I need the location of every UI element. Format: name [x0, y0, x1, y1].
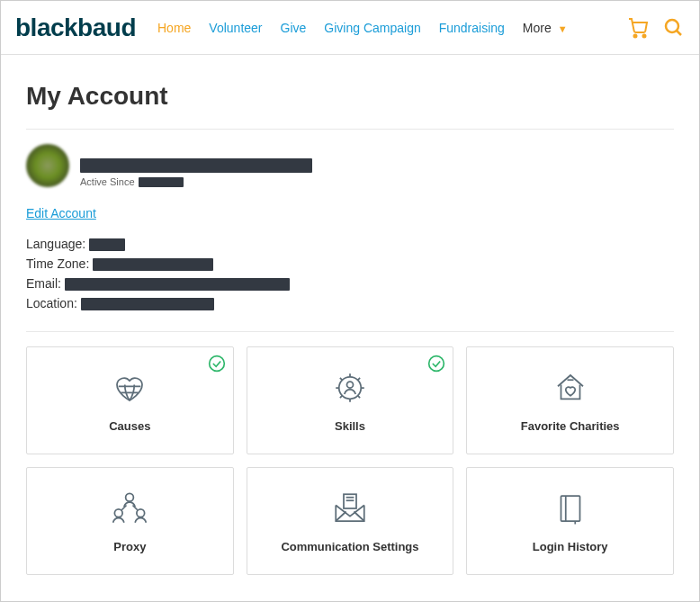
svg-point-8 — [126, 493, 134, 501]
avatar — [26, 144, 69, 187]
svg-point-4 — [209, 356, 224, 372]
timezone-label: Time Zone: — [26, 255, 89, 274]
heart-globe-icon — [111, 369, 148, 410]
language-value-redacted — [89, 238, 125, 251]
cards-grid: Causes Skills — [26, 346, 674, 575]
content: My Account Active Since Edit Account Lan… — [1, 55, 699, 593]
email-row: Email: — [26, 274, 674, 293]
svg-point-2 — [666, 20, 678, 32]
page-title: My Account — [26, 82, 674, 111]
card-favorite-charities[interactable]: Favorite Charities — [466, 346, 674, 454]
timezone-row: Time Zone: — [26, 255, 674, 274]
card-communication-settings[interactable]: Communication Settings — [247, 467, 454, 575]
card-label: Skills — [335, 419, 365, 433]
active-since-label: Active Since — [80, 176, 135, 187]
svg-point-5 — [429, 356, 444, 372]
location-value-redacted — [81, 298, 214, 310]
card-label: Causes — [109, 419, 150, 433]
nav-volunteer[interactable]: Volunteer — [209, 21, 262, 35]
location-row: Location: — [26, 294, 674, 313]
svg-point-1 — [643, 34, 646, 37]
location-label: Location: — [26, 294, 77, 313]
nav-give[interactable]: Give — [281, 21, 307, 35]
nav-fundraising[interactable]: Fundraising — [439, 21, 505, 35]
email-value-redacted — [65, 278, 290, 291]
timezone-value-redacted — [93, 258, 213, 271]
edit-account-link[interactable]: Edit Account — [26, 206, 96, 220]
nav-giving-campaign[interactable]: Giving Campaign — [324, 21, 420, 35]
main-nav: Home Volunteer Give Giving Campaign Fund… — [157, 21, 627, 35]
card-causes[interactable]: Causes — [26, 346, 234, 454]
house-heart-icon — [552, 369, 589, 410]
divider — [26, 129, 674, 130]
svg-rect-14 — [561, 496, 579, 521]
search-icon[interactable] — [663, 17, 685, 39]
cart-icon[interactable] — [627, 17, 649, 39]
divider — [26, 331, 674, 332]
check-icon — [427, 355, 445, 376]
active-since: Active Since — [80, 176, 674, 187]
svg-point-0 — [634, 34, 637, 37]
check-icon — [208, 355, 226, 376]
card-label: Favorite Charities — [521, 419, 620, 433]
nav-more-label: More — [523, 21, 552, 35]
language-label: Language: — [26, 235, 85, 254]
card-label: Proxy — [113, 540, 146, 553]
card-skills[interactable]: Skills — [247, 346, 454, 454]
svg-point-7 — [346, 382, 353, 388]
nav-home[interactable]: Home — [157, 21, 191, 35]
chevron-down-icon: ▼ — [558, 23, 568, 34]
nav-more[interactable]: More ▼ — [523, 21, 568, 35]
gear-person-icon — [331, 369, 369, 410]
email-label: Email: — [26, 274, 61, 293]
card-login-history[interactable]: Login History — [466, 467, 674, 575]
user-name-redacted — [80, 158, 312, 173]
active-since-value-redacted — [139, 177, 184, 187]
header-icons — [627, 17, 685, 39]
header: blackbaud Home Volunteer Give Giving Cam… — [1, 1, 699, 55]
card-proxy[interactable]: Proxy — [26, 467, 234, 575]
envelope-letter-icon — [329, 490, 371, 531]
language-row: Language: — [26, 235, 674, 254]
svg-point-9 — [115, 508, 123, 517]
account-info: Language: Time Zone: Email: Location: — [26, 235, 674, 313]
people-icon — [109, 490, 150, 531]
card-label: Communication Settings — [281, 540, 418, 553]
book-icon — [552, 490, 589, 531]
brand-logo[interactable]: blackbaud — [15, 13, 136, 42]
svg-point-10 — [137, 508, 145, 517]
svg-line-3 — [677, 31, 681, 35]
card-label: Login History — [533, 540, 608, 553]
